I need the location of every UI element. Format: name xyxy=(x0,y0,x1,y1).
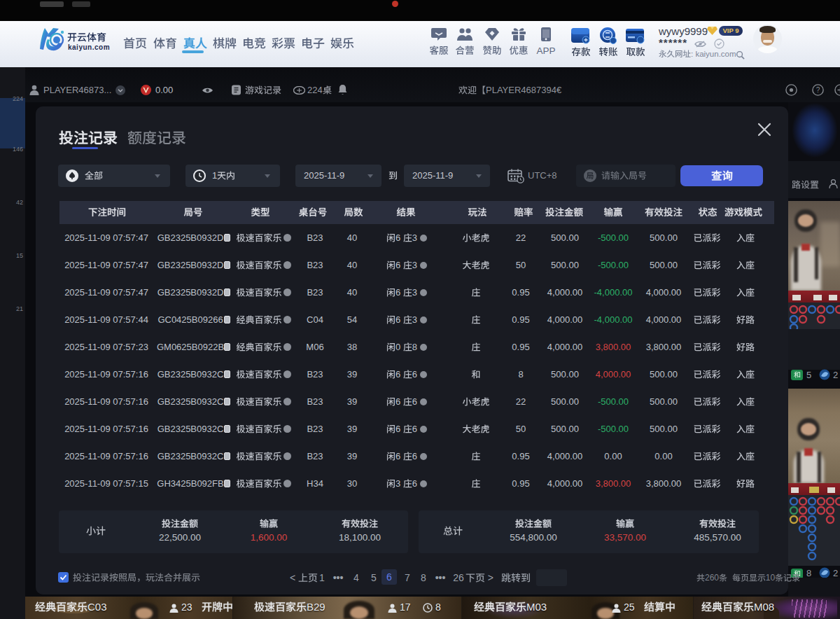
svg-text:?: ? xyxy=(816,86,820,94)
